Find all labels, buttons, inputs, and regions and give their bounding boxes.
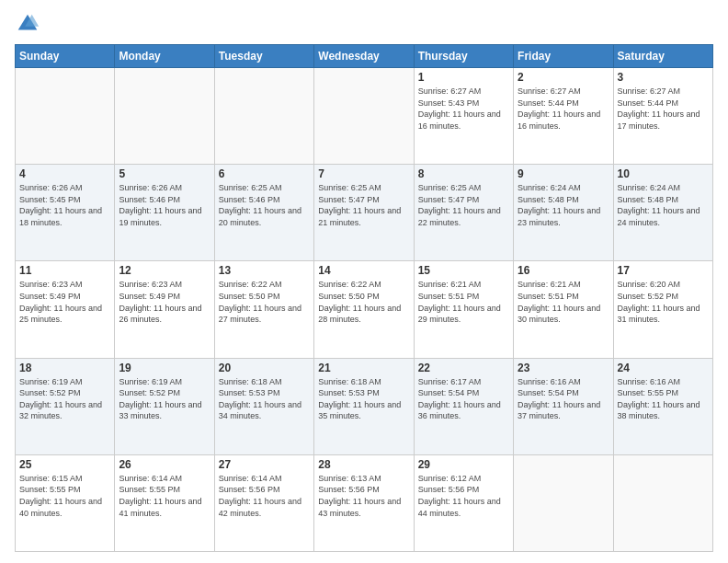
day-info: Sunrise: 6:23 AM Sunset: 5:49 PM Dayligh… [119, 279, 210, 325]
day-info: Sunrise: 6:20 AM Sunset: 5:52 PM Dayligh… [618, 279, 709, 325]
day-info: Sunrise: 6:27 AM Sunset: 5:44 PM Dayligh… [518, 86, 609, 132]
day-info: Sunrise: 6:18 AM Sunset: 5:53 PM Dayligh… [318, 376, 409, 422]
calendar-cell [16, 68, 115, 165]
day-number: 3 [618, 71, 709, 84]
day-number: 4 [19, 167, 110, 180]
day-number: 25 [19, 458, 110, 471]
day-info: Sunrise: 6:27 AM Sunset: 5:43 PM Dayligh… [418, 86, 509, 132]
day-number: 13 [219, 264, 310, 277]
day-number: 22 [418, 362, 509, 374]
calendar-cell: 25Sunrise: 6:15 AM Sunset: 5:55 PM Dayli… [16, 454, 115, 551]
calendar-cell: 4Sunrise: 6:26 AM Sunset: 5:45 PM Daylig… [16, 165, 115, 261]
calendar-week-3: 11Sunrise: 6:23 AM Sunset: 5:49 PM Dayli… [16, 261, 713, 358]
page: Sunday Monday Tuesday Wednesday Thursday… [0, 0, 728, 563]
day-number: 28 [318, 458, 409, 471]
day-info: Sunrise: 6:23 AM Sunset: 5:49 PM Dayligh… [19, 279, 110, 325]
calendar-cell: 17Sunrise: 6:20 AM Sunset: 5:52 PM Dayli… [613, 261, 712, 358]
calendar-week-5: 25Sunrise: 6:15 AM Sunset: 5:55 PM Dayli… [16, 454, 713, 551]
col-friday: Friday [514, 45, 613, 68]
calendar-cell: 14Sunrise: 6:22 AM Sunset: 5:50 PM Dayli… [314, 261, 414, 358]
day-info: Sunrise: 6:21 AM Sunset: 5:51 PM Dayligh… [518, 279, 609, 325]
calendar-body: 1Sunrise: 6:27 AM Sunset: 5:43 PM Daylig… [16, 68, 713, 552]
day-info: Sunrise: 6:24 AM Sunset: 5:48 PM Dayligh… [618, 182, 709, 228]
header [15, 11, 713, 37]
day-info: Sunrise: 6:25 AM Sunset: 5:46 PM Dayligh… [219, 182, 310, 228]
calendar-cell [613, 454, 712, 551]
calendar-cell: 27Sunrise: 6:14 AM Sunset: 5:56 PM Dayli… [214, 454, 313, 551]
day-info: Sunrise: 6:27 AM Sunset: 5:44 PM Dayligh… [618, 86, 709, 132]
day-info: Sunrise: 6:16 AM Sunset: 5:54 PM Dayligh… [518, 376, 609, 422]
day-number: 27 [219, 458, 310, 471]
logo [15, 11, 44, 37]
calendar-cell: 10Sunrise: 6:24 AM Sunset: 5:48 PM Dayli… [613, 165, 712, 261]
calendar-table: Sunday Monday Tuesday Wednesday Thursday… [15, 44, 713, 552]
day-info: Sunrise: 6:21 AM Sunset: 5:51 PM Dayligh… [418, 279, 509, 325]
calendar-cell: 21Sunrise: 6:18 AM Sunset: 5:53 PM Dayli… [314, 358, 414, 454]
day-number: 12 [119, 264, 210, 277]
calendar-cell: 1Sunrise: 6:27 AM Sunset: 5:43 PM Daylig… [414, 68, 513, 165]
calendar-cell [214, 68, 313, 165]
calendar-cell: 26Sunrise: 6:14 AM Sunset: 5:55 PM Dayli… [115, 454, 214, 551]
calendar-cell: 13Sunrise: 6:22 AM Sunset: 5:50 PM Dayli… [214, 261, 313, 358]
day-number: 9 [518, 167, 609, 180]
day-info: Sunrise: 6:26 AM Sunset: 5:45 PM Dayligh… [19, 182, 110, 228]
col-tuesday: Tuesday [214, 45, 313, 68]
calendar-cell: 28Sunrise: 6:13 AM Sunset: 5:56 PM Dayli… [314, 454, 414, 551]
calendar-week-4: 18Sunrise: 6:19 AM Sunset: 5:52 PM Dayli… [16, 358, 713, 454]
day-info: Sunrise: 6:24 AM Sunset: 5:48 PM Dayligh… [518, 182, 609, 228]
day-number: 17 [618, 264, 709, 277]
calendar-week-2: 4Sunrise: 6:26 AM Sunset: 5:45 PM Daylig… [16, 165, 713, 261]
day-info: Sunrise: 6:19 AM Sunset: 5:52 PM Dayligh… [19, 376, 110, 422]
calendar-cell: 15Sunrise: 6:21 AM Sunset: 5:51 PM Dayli… [414, 261, 513, 358]
day-number: 7 [318, 167, 409, 180]
calendar-cell: 2Sunrise: 6:27 AM Sunset: 5:44 PM Daylig… [514, 68, 613, 165]
day-info: Sunrise: 6:18 AM Sunset: 5:53 PM Dayligh… [219, 376, 310, 422]
day-info: Sunrise: 6:22 AM Sunset: 5:50 PM Dayligh… [318, 279, 409, 325]
calendar-cell: 16Sunrise: 6:21 AM Sunset: 5:51 PM Dayli… [514, 261, 613, 358]
day-info: Sunrise: 6:16 AM Sunset: 5:55 PM Dayligh… [618, 376, 709, 422]
logo-icon [15, 11, 40, 37]
calendar-cell: 20Sunrise: 6:18 AM Sunset: 5:53 PM Dayli… [214, 358, 313, 454]
day-number: 14 [318, 264, 409, 277]
calendar-cell: 5Sunrise: 6:26 AM Sunset: 5:46 PM Daylig… [115, 165, 214, 261]
day-info: Sunrise: 6:12 AM Sunset: 5:56 PM Dayligh… [418, 473, 509, 519]
calendar-cell: 9Sunrise: 6:24 AM Sunset: 5:48 PM Daylig… [514, 165, 613, 261]
day-number: 21 [318, 362, 409, 374]
col-monday: Monday [115, 45, 214, 68]
calendar-week-1: 1Sunrise: 6:27 AM Sunset: 5:43 PM Daylig… [16, 68, 713, 165]
day-number: 24 [618, 362, 709, 374]
col-wednesday: Wednesday [314, 45, 414, 68]
calendar-cell: 24Sunrise: 6:16 AM Sunset: 5:55 PM Dayli… [613, 358, 712, 454]
day-info: Sunrise: 6:14 AM Sunset: 5:56 PM Dayligh… [219, 473, 310, 519]
day-info: Sunrise: 6:25 AM Sunset: 5:47 PM Dayligh… [418, 182, 509, 228]
day-info: Sunrise: 6:19 AM Sunset: 5:52 PM Dayligh… [119, 376, 210, 422]
calendar-cell: 7Sunrise: 6:25 AM Sunset: 5:47 PM Daylig… [314, 165, 414, 261]
calendar-cell [514, 454, 613, 551]
day-info: Sunrise: 6:17 AM Sunset: 5:54 PM Dayligh… [418, 376, 509, 422]
day-number: 19 [119, 362, 210, 374]
day-info: Sunrise: 6:14 AM Sunset: 5:55 PM Dayligh… [119, 473, 210, 519]
day-number: 1 [418, 71, 509, 84]
calendar-cell: 6Sunrise: 6:25 AM Sunset: 5:46 PM Daylig… [214, 165, 313, 261]
calendar-cell: 22Sunrise: 6:17 AM Sunset: 5:54 PM Dayli… [414, 358, 513, 454]
day-info: Sunrise: 6:25 AM Sunset: 5:47 PM Dayligh… [318, 182, 409, 228]
day-number: 11 [19, 264, 110, 277]
day-info: Sunrise: 6:26 AM Sunset: 5:46 PM Dayligh… [119, 182, 210, 228]
day-number: 2 [518, 71, 609, 84]
calendar-header: Sunday Monday Tuesday Wednesday Thursday… [16, 45, 713, 68]
day-info: Sunrise: 6:15 AM Sunset: 5:55 PM Dayligh… [19, 473, 110, 519]
col-thursday: Thursday [414, 45, 513, 68]
day-number: 29 [418, 458, 509, 471]
day-number: 5 [119, 167, 210, 180]
day-number: 6 [219, 167, 310, 180]
calendar-cell: 23Sunrise: 6:16 AM Sunset: 5:54 PM Dayli… [514, 358, 613, 454]
col-sunday: Sunday [16, 45, 115, 68]
day-number: 15 [418, 264, 509, 277]
calendar-cell [115, 68, 214, 165]
calendar-cell: 11Sunrise: 6:23 AM Sunset: 5:49 PM Dayli… [16, 261, 115, 358]
day-info: Sunrise: 6:13 AM Sunset: 5:56 PM Dayligh… [318, 473, 409, 519]
day-number: 20 [219, 362, 310, 374]
calendar-cell: 19Sunrise: 6:19 AM Sunset: 5:52 PM Dayli… [115, 358, 214, 454]
calendar-cell: 29Sunrise: 6:12 AM Sunset: 5:56 PM Dayli… [414, 454, 513, 551]
calendar-cell: 18Sunrise: 6:19 AM Sunset: 5:52 PM Dayli… [16, 358, 115, 454]
